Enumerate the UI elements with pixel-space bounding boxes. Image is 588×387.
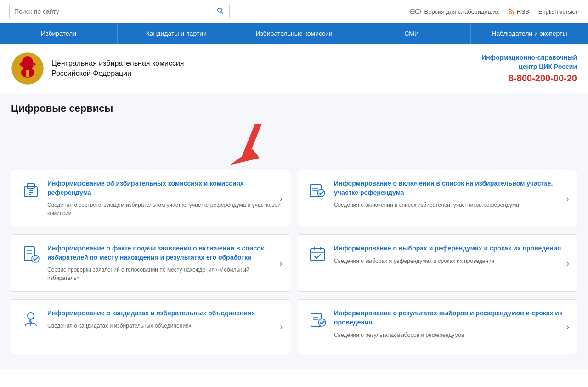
main-nav: Избиратели Кандидаты и партии Избиратель…	[0, 23, 588, 44]
site-header: Центральная избирательная комиссия Росси…	[0, 44, 588, 93]
english-version-button[interactable]: English version	[538, 8, 579, 15]
chevron-right-icon: ›	[280, 322, 283, 332]
card-application-info[interactable]: Информирование о факте подачи заявления …	[11, 234, 290, 292]
glasses-icon	[409, 8, 422, 15]
card-title: Информирование о результатах выборов и р…	[334, 309, 567, 327]
section-title: Цифровые сервисы	[11, 102, 577, 114]
card-commissions-info[interactable]: Информирование об избирательных комиссия…	[11, 170, 290, 227]
nav-item-observers[interactable]: Наблюдатели и эксперты	[471, 23, 588, 44]
svg-point-0	[218, 8, 222, 12]
card-candidates-info[interactable]: Информирование о кандидатах и избиратель…	[11, 299, 290, 354]
card-body: Информирование о выборах и референдумах …	[334, 244, 567, 265]
card-body: Информирование о включении в список на и…	[334, 179, 567, 209]
chevron-right-icon: ›	[566, 322, 569, 332]
card-desc: Сведения о кандидатах и избирательных об…	[47, 322, 281, 330]
nav-item-candidates[interactable]: Кандидаты и партии	[118, 23, 235, 44]
vision-button[interactable]: Версия для слабовидящих	[409, 8, 499, 15]
card-desc: Сервис проверки заявлений о голосовании …	[47, 266, 281, 282]
card-body: Информирование о результатах выборов и р…	[334, 309, 567, 339]
card-desc: Сведения о результатах выборов и референ…	[334, 331, 567, 339]
svg-point-20	[317, 189, 325, 197]
card-voter-list-info[interactable]: Информирование о включении в список на и…	[298, 170, 577, 227]
card-body: Информирование об избирательных комиссия…	[47, 179, 281, 217]
svg-point-27	[32, 255, 39, 262]
chevron-right-icon: ›	[566, 194, 569, 203]
card-title: Информирование о кандидатах и избиратель…	[47, 309, 281, 318]
chevron-right-icon: ›	[566, 258, 569, 268]
svg-point-11	[26, 72, 29, 75]
nav-item-voters[interactable]: Избиратели	[0, 23, 118, 44]
svg-point-36	[318, 319, 326, 326]
search-wrapper	[9, 4, 230, 19]
card-title: Информирование о включении в список на и…	[334, 179, 567, 197]
person-check-icon	[307, 179, 328, 199]
red-arrow-icon	[230, 124, 266, 165]
card-results-info[interactable]: Информирование о результатах выборов и р…	[298, 299, 577, 354]
top-right-links: Версия для слабовидящих RSS English vers…	[409, 8, 579, 15]
card-body: Информирование о факте подачи заявления …	[47, 244, 281, 282]
info-center-title: Информационно-справочный центр ЦИК Росси…	[481, 53, 577, 71]
search-input[interactable]	[10, 5, 212, 18]
coat-of-arms-icon	[11, 52, 44, 85]
cards-grid: Информирование об избирательных комиссия…	[11, 170, 577, 354]
chevron-right-icon: ›	[280, 194, 283, 203]
info-center-phone: 8-800-200-00-20	[481, 73, 577, 84]
top-bar: Версия для слабовидящих RSS English vers…	[0, 0, 588, 23]
card-desc: Сведения о включении в список избирателе…	[334, 201, 567, 209]
card-title: Информирование о выборах и референдумах …	[334, 244, 567, 253]
arrow-container	[0, 124, 577, 165]
card-body: Информирование о кандидатах и избиратель…	[47, 309, 281, 330]
rss-label: RSS	[517, 8, 529, 15]
nav-item-commissions[interactable]: Избирательные комиссии	[235, 23, 353, 44]
document-list-icon	[21, 244, 41, 264]
logo-area: Центральная избирательная комиссия Росси…	[11, 52, 184, 85]
rss-icon	[508, 8, 514, 15]
search-button[interactable]	[212, 4, 228, 19]
svg-point-32	[28, 313, 34, 319]
calendar-check-icon	[307, 244, 328, 264]
svg-point-6	[509, 12, 510, 14]
svg-line-1	[221, 12, 223, 14]
card-desc: Сведения о соответствующем избирательном…	[47, 201, 281, 217]
nav-item-media[interactable]: СМИ	[353, 23, 471, 44]
ballot-box-icon	[21, 179, 41, 199]
card-title: Информирование об избирательных комиссия…	[47, 179, 281, 197]
svg-rect-28	[311, 249, 324, 261]
check-ballot-icon	[307, 309, 328, 329]
card-elections-info[interactable]: Информирование о выборах и референдумах …	[298, 234, 577, 292]
org-name: Центральная избирательная комиссия Росси…	[51, 58, 184, 79]
card-desc: Сведения о выборах и референдумах и срок…	[334, 257, 567, 265]
chevron-right-icon: ›	[280, 258, 283, 268]
main-content: Цифровые сервисы Информирование	[0, 93, 588, 369]
english-label: English version	[538, 8, 579, 15]
info-center: Информационно-справочный центр ЦИК Росси…	[481, 53, 577, 84]
vision-label: Версия для слабовидящих	[424, 8, 499, 15]
person-tie-icon	[21, 309, 41, 329]
rss-button[interactable]: RSS	[508, 8, 529, 15]
card-title: Информирование о факте подачи заявления …	[47, 244, 281, 262]
